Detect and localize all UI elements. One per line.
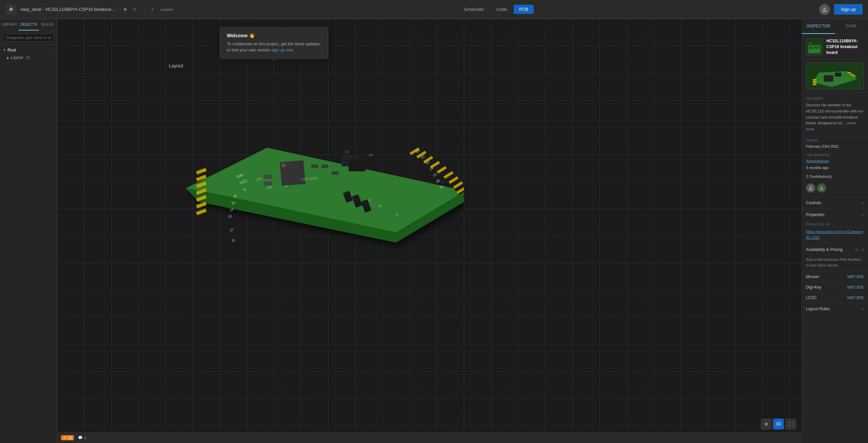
properties-section: Properties ∧ Product Info Url https://ww… <box>802 209 868 244</box>
comment-badge: 💬 0 <box>78 436 86 440</box>
svg-text:15: 15 <box>432 172 437 177</box>
svg-rect-11 <box>196 209 207 215</box>
availability-header[interactable]: Availability & Pricing ↻ ∧ <box>802 244 868 255</box>
breadcrumb-project: HC32L110B6YA-CSP16 breakout ... <box>45 7 116 12</box>
3d-view-button[interactable]: 3D <box>773 419 784 429</box>
svg-rect-71 <box>848 72 851 73</box>
svg-rect-19 <box>453 181 463 189</box>
tree-root[interactable]: ▼ Root ... <box>0 46 57 54</box>
controls-label: Controls <box>806 201 821 205</box>
svg-point-74 <box>810 186 812 189</box>
contributors-list <box>802 181 868 197</box>
svg-rect-18 <box>449 176 459 184</box>
tab-rules[interactable]: RULES <box>39 19 57 30</box>
comment-icon: 💬 <box>78 436 83 440</box>
properties-header[interactable]: Properties ∧ <box>802 209 868 220</box>
welcome-tooltip: Welcome 👋 To collaborate on this project… <box>220 27 328 59</box>
description-section: Description Discover the benefits of the… <box>802 92 868 136</box>
layout-rules-header[interactable]: Layout Rules ∨ <box>802 303 868 315</box>
controls-header[interactable]: Controls ∨ <box>802 197 868 209</box>
refresh-icon[interactable]: ↻ <box>855 247 859 252</box>
mouser-name: Mouser <box>806 274 820 279</box>
svg-rect-73 <box>852 76 855 77</box>
svg-rect-28 <box>321 165 328 168</box>
search-input[interactable] <box>3 34 54 42</box>
svg-rect-24 <box>349 160 366 171</box>
tree-section: ▼ Root ... ▶ Layout 22 <box>0 45 57 63</box>
tab-inspector[interactable]: INSPECTOR <box>802 19 835 34</box>
bottom-bar: ⚠ 16 💬 0 <box>57 432 802 443</box>
view-controls: ⊞ 3D ⛶ <box>761 419 796 429</box>
mouser-visit-button[interactable]: VISIT SITE <box>847 275 864 279</box>
svg-rect-62 <box>809 46 813 49</box>
contributors-label: 2 Contributor(s) <box>806 174 832 178</box>
layout-count: 22 <box>26 56 30 60</box>
availability-note: Add a Manufacturer Part Number to see in… <box>802 255 868 271</box>
right-panel: INSPECTOR CHAT TOP HC32L110B6YA-CSP16 br… <box>802 19 868 443</box>
user-avatar[interactable] <box>819 4 830 15</box>
tab-chat[interactable]: CHAT <box>835 19 868 34</box>
nav-tabs: Schematic Code PCB <box>177 5 815 14</box>
left-panel: LIBRARY OBJECTS RULES ▼ Root ... ▶ Layou… <box>0 19 57 443</box>
star-count: 3 <box>133 7 135 12</box>
tab-schematic[interactable]: Schematic <box>458 5 490 14</box>
grid-view-button[interactable]: ⊞ <box>761 419 772 429</box>
tab-pcb[interactable]: PCB <box>514 5 534 14</box>
contributor-avatar-2[interactable] <box>817 183 826 193</box>
fullscreen-button[interactable]: ⛶ <box>785 419 796 429</box>
layout-label: Layout <box>11 55 23 60</box>
right-panel-tabs: INSPECTOR CHAT <box>802 19 868 34</box>
layout-label: Layout <box>169 63 183 68</box>
svg-text:TOP: TOP <box>808 42 812 44</box>
tab-code[interactable]: Code <box>491 5 512 14</box>
contributor-avatar-1[interactable] <box>806 183 815 193</box>
svg-rect-16 <box>437 166 447 174</box>
layout-rules-label: Layout Rules <box>806 307 830 311</box>
svg-text:31: 31 <box>231 238 236 242</box>
layout-rules-chevron: ∨ <box>861 307 864 311</box>
canvas-area[interactable]: G VCC SWI 26 25 24 23 27 31 00 01 02 14 … <box>57 19 802 443</box>
vendor-digikey: Digi-Key VISIT SITE <box>802 282 868 292</box>
signup-button[interactable]: Sign up <box>834 4 863 15</box>
product-info-label: Product Info Url <box>806 223 864 226</box>
lcsc-visit-button[interactable]: VISIT SITE <box>847 296 864 300</box>
svg-rect-25 <box>264 175 272 179</box>
description-text: Discover the benefits of the HC32L110 mi… <box>802 102 868 136</box>
description-label: Description <box>806 97 864 100</box>
updated-user-link[interactable]: jharwinbamzo <box>806 159 829 163</box>
controls-section: Controls ∨ <box>802 197 868 209</box>
digikey-visit-button[interactable]: VISIT SITE <box>847 286 864 289</box>
svg-point-0 <box>823 7 826 10</box>
updated-label: Last updated by <box>802 153 868 157</box>
availability-chevron: ∧ <box>861 248 864 252</box>
svg-rect-72 <box>850 74 853 75</box>
svg-text:36: 36 <box>435 178 441 183</box>
tree-layout[interactable]: ▶ Layout 22 <box>0 54 57 61</box>
controls-chevron: ∨ <box>861 201 864 205</box>
app-logo[interactable] <box>5 4 16 15</box>
root-more[interactable]: ... <box>50 47 54 52</box>
main-layout: LIBRARY OBJECTS RULES ▼ Root ... ▶ Layou… <box>0 19 868 443</box>
svg-rect-29 <box>332 171 338 175</box>
svg-text:27: 27 <box>229 228 234 232</box>
fork-count: 7 <box>151 7 154 12</box>
signup-link[interactable]: sign up now. <box>271 48 294 52</box>
svg-text:C1: C1 <box>345 150 349 154</box>
breadcrumb-user: vasy_skral <box>20 7 41 12</box>
svg-rect-5 <box>196 168 207 175</box>
fork-icon: ⑂ <box>142 6 146 13</box>
warning-icon: ⚠ <box>63 436 66 440</box>
tab-objects[interactable]: OBJECTS <box>19 19 39 30</box>
tab-library[interactable]: LIBRARY <box>0 19 19 30</box>
warning-badge: ⚠ 16 <box>61 435 74 440</box>
star-button[interactable]: ★ <box>123 6 127 13</box>
component-image-area <box>802 60 868 92</box>
svg-marker-2 <box>186 148 464 242</box>
warning-count: 16 <box>68 436 72 440</box>
product-url[interactable]: https://www.hdsc.com.cn/Category82-1393 <box>806 229 864 240</box>
svg-text:U1: U1 <box>284 184 288 188</box>
svg-rect-27 <box>311 165 318 168</box>
welcome-text: To collaborate on this project, get the … <box>227 41 321 53</box>
lcsc-name: LCSC <box>806 295 817 300</box>
project-status: Loaded <box>160 7 173 12</box>
